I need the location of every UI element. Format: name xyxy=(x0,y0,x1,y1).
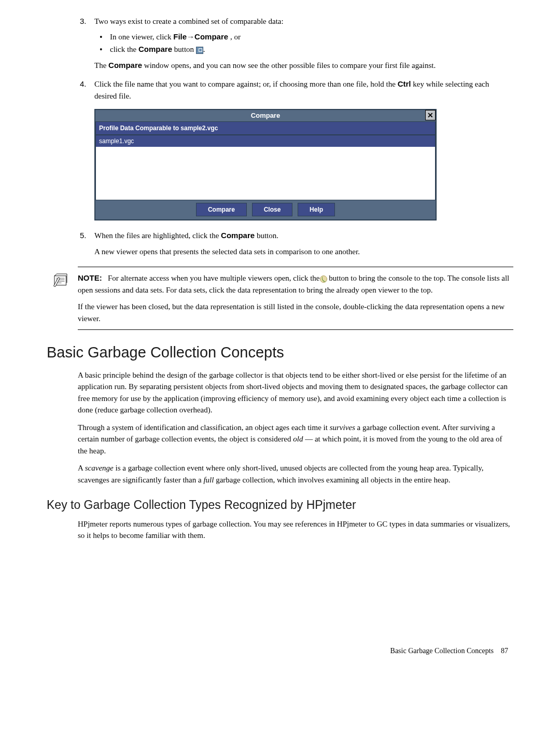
gc-p3-c: garbage collection, which involves exami… xyxy=(214,476,450,484)
compare-window-name: Compare xyxy=(108,61,142,70)
note-label: NOTE: xyxy=(78,273,102,282)
step5-tail: button. xyxy=(255,231,278,240)
step3-b2-period: . xyxy=(203,45,205,53)
step5-lead: When the files are highlighted, click th… xyxy=(94,231,221,240)
close-button[interactable]: Close xyxy=(252,203,293,216)
step3-para-lead: The xyxy=(94,61,108,70)
step3-b2-mid: button xyxy=(172,45,196,53)
ctrl-key-label: Ctrl xyxy=(398,79,411,88)
dialog-titlebar: Compare ✕ xyxy=(95,110,436,121)
step5-paragraph: A new viewer opens that presents the sel… xyxy=(94,246,513,258)
profile-data-header: Profile Data Comparable to sample2.vgc xyxy=(95,121,436,135)
compare-dialog-screenshot: Compare ✕ Profile Data Comparable to sam… xyxy=(94,109,513,220)
note-icon xyxy=(53,273,68,287)
step3-paragraph: The Compare window opens, and you can no… xyxy=(94,60,513,72)
footer-title: Basic Garbage Collection Concepts xyxy=(390,647,494,655)
dialog-title: Compare xyxy=(251,112,280,119)
page-footer: Basic Garbage Collection Concepts 87 xyxy=(47,645,513,656)
scavenge-term: scavenge xyxy=(85,464,114,472)
menu-compare-label: Compare xyxy=(194,32,228,41)
subsection-heading-gc-types: Key to Garbage Collection Types Recogniz… xyxy=(47,496,513,514)
old-term: old xyxy=(293,435,303,443)
compare-button-name-2: Compare xyxy=(221,231,255,240)
close-icon[interactable]: ✕ xyxy=(425,110,436,120)
dialog-button-bar: Compare Close Help xyxy=(95,200,436,219)
file-list-item[interactable]: sample1.vgc xyxy=(96,135,435,147)
gc-types-para: HPjmeter reports numerous types of garba… xyxy=(78,518,513,542)
full-term: full xyxy=(203,476,214,484)
subsection-body: HPjmeter reports numerous types of garba… xyxy=(78,518,513,542)
section-heading-gc-concepts: Basic Garbage Collection Concepts xyxy=(47,341,513,364)
step3-bullet-1: In one viewer, click File→Compare , or xyxy=(110,31,513,43)
survives-term: survives xyxy=(330,423,355,432)
numbered-steps-list: Two ways exist to create a combined set … xyxy=(94,16,513,257)
step-5: When the files are highlighted, click th… xyxy=(94,230,513,257)
compare-button[interactable]: Compare xyxy=(196,203,247,216)
help-button[interactable]: Help xyxy=(298,203,335,216)
console-icon xyxy=(320,275,327,283)
step3-para-tail: window opens, and you can now see the ot… xyxy=(142,61,436,70)
note-block: NOTE: For alternate access when you have… xyxy=(78,267,513,330)
menu-file-label: File xyxy=(173,32,187,41)
gc-para-2: Through a system of identification and c… xyxy=(78,422,513,457)
step3-bullet-2: click the Compare button . xyxy=(110,44,513,56)
step-4: Click the file name that you want to com… xyxy=(94,78,513,220)
step3-bullets: In one viewer, click File→Compare , or c… xyxy=(110,31,513,56)
gc-p3-a: A xyxy=(78,464,85,472)
step4-lead: Click the file name that you want to com… xyxy=(94,80,398,88)
section-body: A basic principle behind the design of t… xyxy=(78,369,513,486)
arrow-symbol: → xyxy=(187,33,194,41)
gc-p2-a: Through a system of identification and c… xyxy=(78,423,330,432)
step3-b2-lead: click the xyxy=(110,45,138,53)
compare-button-name: Compare xyxy=(138,45,172,53)
gc-para-3: A scavenge is a garbage collection event… xyxy=(78,462,513,486)
step3-b1-tail: , or xyxy=(228,33,241,41)
note-paragraph-2: If the viewer has been closed, but the d… xyxy=(78,301,513,324)
gc-para-1: A basic principle behind the design of t… xyxy=(78,369,513,416)
step3-intro: Two ways exist to create a combined set … xyxy=(94,17,284,25)
step-3: Two ways exist to create a combined set … xyxy=(94,16,513,71)
note-p1-lead: For alternate access when you have multi… xyxy=(108,274,320,282)
compare-dialog: Compare ✕ Profile Data Comparable to sam… xyxy=(94,109,437,220)
page-number: 87 xyxy=(501,647,508,655)
note-paragraph-1: NOTE: For alternate access when you have… xyxy=(78,272,513,296)
compare-icon xyxy=(196,47,203,54)
file-list[interactable]: sample1.vgc xyxy=(95,135,436,200)
step3-b1-lead: In one viewer, click xyxy=(110,33,173,41)
